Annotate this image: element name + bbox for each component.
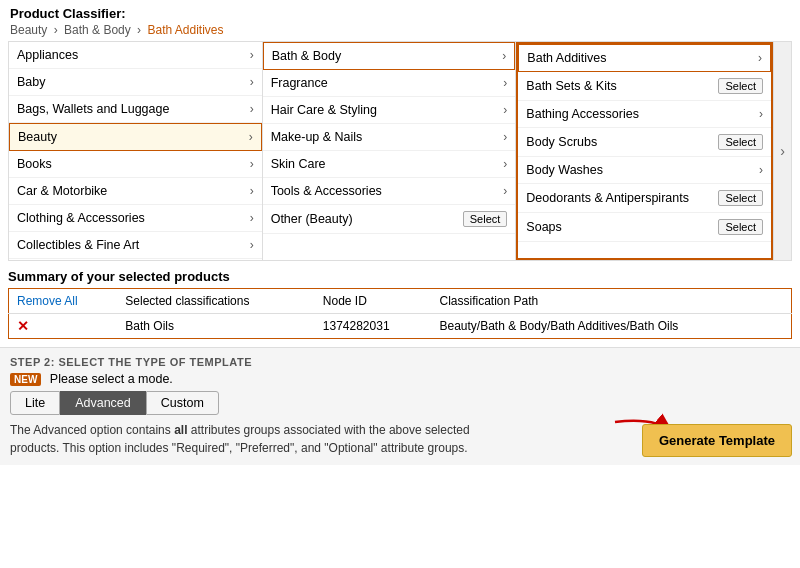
arrow-icon: › bbox=[503, 157, 507, 171]
breadcrumb-bath-additives[interactable]: Bath Additives bbox=[147, 23, 223, 37]
remove-row-button[interactable]: ✕ bbox=[9, 314, 118, 339]
arrow-icon: › bbox=[503, 130, 507, 144]
step2-label: STEP 2: SELECT THE TYPE OF TEMPLATE bbox=[10, 356, 790, 368]
step2-section: STEP 2: SELECT THE TYPE OF TEMPLATE NEW … bbox=[0, 347, 800, 465]
scroll-right-arrow: › bbox=[780, 143, 785, 159]
scroll-right[interactable]: › bbox=[773, 42, 791, 260]
list-item[interactable]: Skin Care› bbox=[263, 151, 516, 178]
list-item[interactable]: Fragrance› bbox=[263, 70, 516, 97]
list-item[interactable]: Baby› bbox=[9, 69, 262, 96]
arrow-icon: › bbox=[250, 211, 254, 225]
arrow-icon: › bbox=[250, 75, 254, 89]
col-classification-path: Classification Path bbox=[432, 289, 792, 314]
list-item[interactable]: Tools & Accessories› bbox=[263, 178, 516, 205]
new-badge: NEW bbox=[10, 373, 41, 386]
arrow-icon: › bbox=[250, 157, 254, 171]
arrow-icon: › bbox=[503, 184, 507, 198]
product-classifier-header: Product Classifier: Beauty › Bath & Body… bbox=[0, 0, 800, 41]
mode-custom-button[interactable]: Custom bbox=[146, 391, 219, 415]
arrow-icon: › bbox=[249, 130, 253, 144]
arrow-icon: › bbox=[250, 102, 254, 116]
list-item-beauty[interactable]: Beauty› bbox=[9, 123, 262, 151]
list-item[interactable]: Collectibles & Fine Art› bbox=[9, 232, 262, 259]
description-text: The Advanced option contains all attribu… bbox=[10, 421, 510, 457]
list-item-clothing[interactable]: Clothing & Accessories› bbox=[9, 205, 262, 232]
list-item[interactable]: Bags, Wallets and Luggage› bbox=[9, 96, 262, 123]
category-col3: Bath Additives› Bath Sets & KitsSelect B… bbox=[516, 42, 773, 260]
arrow-icon: › bbox=[759, 163, 763, 177]
list-item[interactable]: Bath Sets & KitsSelect bbox=[518, 72, 771, 101]
col3-bath-additives-header[interactable]: Bath Additives› bbox=[518, 44, 771, 72]
col-node-id: Node ID bbox=[315, 289, 432, 314]
breadcrumb-beauty[interactable]: Beauty bbox=[10, 23, 47, 37]
list-item[interactable]: Books› bbox=[9, 151, 262, 178]
classifier-area: Appliances› Baby› Bags, Wallets and Lugg… bbox=[8, 41, 792, 261]
remove-all-button[interactable]: Remove All bbox=[9, 289, 118, 314]
list-item[interactable]: Deodorants & AntiperspirantsSelect bbox=[518, 184, 771, 213]
select-button[interactable]: Select bbox=[718, 78, 763, 94]
list-item[interactable]: Appliances› bbox=[9, 42, 262, 69]
arrow-icon: › bbox=[503, 103, 507, 117]
mode-prompt: NEW Please select a mode. bbox=[10, 372, 790, 386]
select-button[interactable]: Select bbox=[463, 211, 508, 227]
col2-bath-body-header[interactable]: Bath & Body› bbox=[263, 42, 516, 70]
path-cell: Beauty/Bath & Body/Bath Additives/Bath O… bbox=[432, 314, 792, 339]
breadcrumb-bath-body[interactable]: Bath & Body bbox=[64, 23, 131, 37]
summary-section: Summary of your selected products Remove… bbox=[8, 269, 792, 339]
category-col1: Appliances› Baby› Bags, Wallets and Lugg… bbox=[9, 42, 263, 260]
mode-advanced-button[interactable]: Advanced bbox=[60, 391, 146, 415]
mode-lite-button[interactable]: Lite bbox=[10, 391, 60, 415]
arrow-icon: › bbox=[759, 107, 763, 121]
category-col2: Bath & Body› Fragrance› Hair Care & Styl… bbox=[263, 42, 517, 260]
generate-template-button[interactable]: Generate Template bbox=[642, 424, 792, 457]
select-button[interactable]: Select bbox=[718, 190, 763, 206]
arrow-icon: › bbox=[250, 184, 254, 198]
list-item[interactable]: Other (Beauty)Select bbox=[263, 205, 516, 234]
list-item[interactable]: Make-up & Nails› bbox=[263, 124, 516, 151]
arrow-icon: › bbox=[250, 238, 254, 252]
list-item[interactable]: SoapsSelect bbox=[518, 213, 771, 242]
arrow-icon: › bbox=[503, 76, 507, 90]
page-title: Product Classifier: bbox=[10, 6, 790, 21]
arrow-icon: › bbox=[502, 49, 506, 63]
list-item-hair-care[interactable]: Hair Care & Styling› bbox=[263, 97, 516, 124]
list-item-bathing-accessories[interactable]: Bathing Accessories› bbox=[518, 101, 771, 128]
summary-table: Remove All Selected classifications Node… bbox=[8, 288, 792, 339]
list-item[interactable]: Car & Motorbike› bbox=[9, 178, 262, 205]
select-button[interactable]: Select bbox=[718, 219, 763, 235]
col-selected-classifications: Selected classifications bbox=[117, 289, 314, 314]
list-item[interactable]: Body ScrubsSelect bbox=[518, 128, 771, 157]
classification-cell: Bath Oils bbox=[117, 314, 314, 339]
arrow-icon: › bbox=[758, 51, 762, 65]
table-row: ✕ Bath Oils 1374282031 Beauty/Bath & Bod… bbox=[9, 314, 792, 339]
select-button[interactable]: Select bbox=[718, 134, 763, 150]
list-item[interactable]: Body Washes› bbox=[518, 157, 771, 184]
breadcrumb: Beauty › Bath & Body › Bath Additives bbox=[10, 23, 790, 37]
summary-title: Summary of your selected products bbox=[8, 269, 792, 284]
node-id-cell: 1374282031 bbox=[315, 314, 432, 339]
arrow-icon: › bbox=[250, 48, 254, 62]
